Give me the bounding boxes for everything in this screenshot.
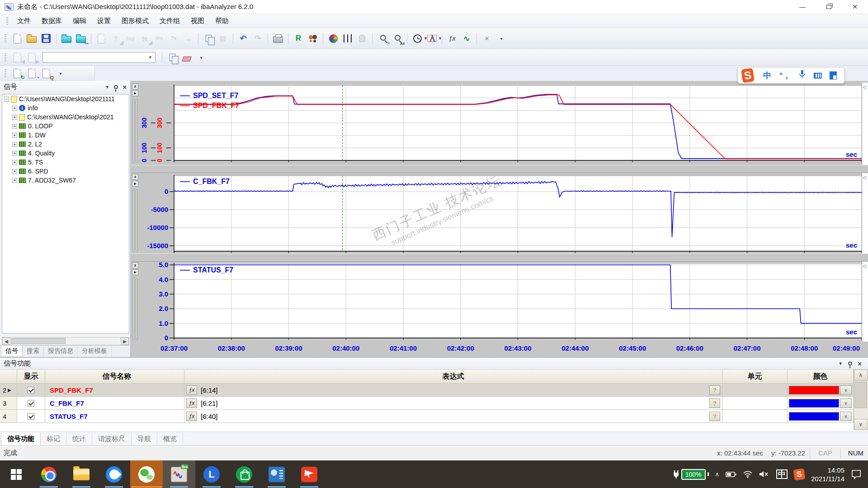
notification-center-icon[interactable] <box>851 469 863 480</box>
expand-icon[interactable]: + <box>12 133 17 138</box>
color-swatch[interactable] <box>789 399 839 408</box>
ime-toolbox-icon[interactable] <box>830 72 836 79</box>
axis-pan-strip[interactable] <box>136 189 137 252</box>
redo-icon[interactable]: ↷ <box>251 32 264 45</box>
erase-view-icon[interactable] <box>180 51 193 64</box>
search-report-icon[interactable]: Q <box>40 67 52 80</box>
export-datafile-icon[interactable]: → <box>182 32 194 45</box>
tree-item-1[interactable]: +iinfo <box>2 103 129 113</box>
function-tab-5[interactable]: 概览 <box>157 433 183 445</box>
expand-icon[interactable]: + <box>12 115 17 120</box>
visibility-checkbox[interactable] <box>28 387 34 394</box>
plot-splitter[interactable] <box>131 253 868 262</box>
toolbar-overflow-icon[interactable]: ▾ <box>495 32 508 45</box>
unit-cell[interactable] <box>722 397 788 410</box>
chart-preview-icon[interactable]: ▼ <box>425 32 438 45</box>
wifi-icon[interactable] <box>743 470 753 478</box>
fx-button[interactable]: ƒx <box>186 385 197 395</box>
scroll-up-icon[interactable]: ∧ <box>854 370 868 381</box>
sql-query-icon[interactable]: 3sql <box>124 32 137 45</box>
help-button[interactable]: ? <box>709 385 720 395</box>
statistics-percent-icon[interactable]: %◢ <box>138 32 151 45</box>
signal-tab-3[interactable]: 分析模板 <box>78 346 112 357</box>
plot-splitter[interactable] <box>131 165 868 173</box>
function-tab-1[interactable]: 标记 <box>41 433 66 445</box>
signal-name-cell[interactable]: C_FBK_F7 <box>45 397 184 410</box>
tree-item-9[interactable]: +7. ADD32_SW67 <box>2 176 129 185</box>
menu-item-4[interactable]: 图形模式 <box>116 15 154 27</box>
copy-clipboard-icon[interactable] <box>202 32 215 45</box>
chevron-down-icon[interactable]: ▼ <box>105 84 109 89</box>
menu-item-7[interactable]: 帮助 <box>210 15 234 27</box>
menu-item-1[interactable]: 数据库 <box>36 15 67 27</box>
row-number-cell[interactable]: 2▸ <box>0 384 17 397</box>
save-analysis-icon[interactable] <box>40 32 52 45</box>
tree-item-8[interactable]: +6. SPD <box>2 167 129 176</box>
mail-red-taskbar-button[interactable] <box>293 460 326 488</box>
sogou-tray-icon[interactable]: S <box>793 468 805 480</box>
axis-pan-strip[interactable] <box>132 278 134 340</box>
color-dropdown-icon[interactable]: ∨ <box>840 399 852 408</box>
expand-plot-icon[interactable]: ▸ <box>132 269 138 275</box>
speed-plot-svg[interactable]: 00100100300300SPD_SET_F7SPD_FBK_F7sec <box>131 83 868 165</box>
restore-button[interactable] <box>816 0 842 14</box>
volume-muted-icon[interactable] <box>759 470 770 478</box>
menu-item-0[interactable]: 文件 <box>12 15 36 27</box>
function-tab-3[interactable]: 谐波标尺 <box>92 433 132 445</box>
scroll-thumb[interactable] <box>854 382 867 408</box>
user-profiles-icon[interactable] <box>307 32 319 45</box>
scroll-right-icon[interactable]: ▶ <box>121 338 129 345</box>
close-datafile-icon[interactable] <box>95 32 108 45</box>
new-datafile-icon[interactable] <box>11 32 24 45</box>
close-icon[interactable]: × <box>123 83 127 91</box>
axis-pan-strips[interactable] <box>132 189 137 252</box>
report-timer-icon[interactable]: ◔ <box>25 67 38 80</box>
signal-tab-0[interactable]: 信号 <box>1 346 23 357</box>
function-tab-0[interactable]: 信号功能 <box>1 433 41 446</box>
open-analysis-file-icon[interactable] <box>60 32 73 45</box>
minimize-button[interactable]: — <box>789 0 816 14</box>
open-datafile-icon[interactable] <box>25 32 38 45</box>
function-tab-2[interactable]: 统计 <box>66 433 92 445</box>
axis-pan-strip[interactable] <box>136 99 137 163</box>
signal-name-cell[interactable]: STATUS_F7 <box>45 410 184 423</box>
expand-icon[interactable]: + <box>12 178 17 183</box>
color-swatch[interactable] <box>789 386 839 394</box>
file-explorer-taskbar-button[interactable] <box>65 460 98 488</box>
collapse-icon[interactable]: − <box>4 97 9 102</box>
axis-pan-strip[interactable] <box>132 189 134 252</box>
menu-item-5[interactable]: 文件组 <box>154 15 185 27</box>
tree-item-4[interactable]: +1. DW <box>2 131 129 140</box>
paste-clipboard-icon[interactable]: ▤ <box>217 32 229 45</box>
chevron-down-icon[interactable]: ▼ <box>438 36 442 41</box>
scroll-left-icon[interactable]: ◀ <box>2 338 10 345</box>
tree-item-3[interactable]: +0. LOOP <box>2 122 129 131</box>
analysis-combobox[interactable]: ▼ <box>42 52 156 63</box>
axis-pan-strips[interactable] <box>132 99 137 163</box>
menu-item-3[interactable]: 设置 <box>92 15 116 27</box>
fx-button[interactable]: ƒx <box>186 412 197 421</box>
signal-tab-1[interactable]: 搜索 <box>23 346 44 357</box>
copy-views-icon[interactable] <box>166 51 179 64</box>
battery-icon[interactable] <box>726 471 736 478</box>
extract-x-icon[interactable]: ?x <box>167 32 180 45</box>
tree-item-0[interactable]: −C:\Users\WANG\Desktop\2021111 <box>2 94 129 103</box>
iba-analyzer-taskbar-button[interactable]: ∿∿ibs <box>163 460 195 488</box>
expression-cell[interactable]: ƒx[6:14]? <box>184 384 722 397</box>
wps-presentation-taskbar-button[interactable] <box>260 460 293 488</box>
tray-expand-icon[interactable]: ∧ <box>715 471 720 478</box>
ime-punctuation-icon[interactable]: °， <box>779 70 791 81</box>
signal-name-cell[interactable]: SPD_FBK_F7 <box>45 384 184 397</box>
report-generator-icon[interactable]: R <box>292 32 305 45</box>
menu-item-2[interactable]: 编辑 <box>67 15 92 27</box>
zoom-out-icon[interactable]: − <box>376 32 389 45</box>
current-plot-svg[interactable]: 0-5000-10000-15000C_FBK_F7sec <box>131 173 868 253</box>
close-plot-icon[interactable]: x <box>132 263 138 268</box>
export-page-icon[interactable]: ◀ <box>11 51 24 64</box>
toolbar-overflow-2-icon[interactable]: ▾ <box>195 51 208 64</box>
fx-button[interactable]: ƒx <box>186 399 197 408</box>
row-number-cell[interactable]: 3 <box>0 397 17 410</box>
collapse-left-icon[interactable]: ◁ <box>863 263 866 268</box>
expand-plot-icon[interactable]: ▸ <box>132 90 138 96</box>
tree-item-6[interactable]: +4. Quality <box>2 149 129 158</box>
